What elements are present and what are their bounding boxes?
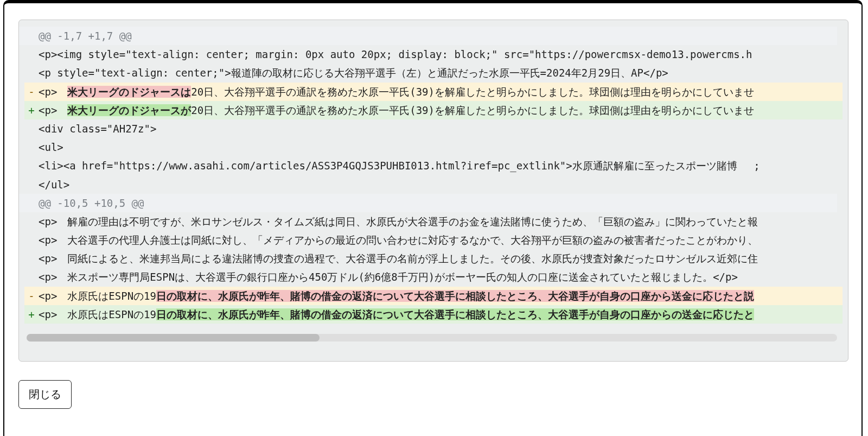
diff-text: </ul> bbox=[39, 175, 843, 194]
diff-deletion-line: - <p> 水原氏はESPNの19日の取材に、水原氏が昨年、賭博の借金の返済につ… bbox=[24, 287, 843, 305]
diff-context-line: </ul> bbox=[24, 175, 843, 194]
diff-text-highlight-add: 米大リーグのドジャースが bbox=[67, 104, 191, 116]
diff-hunk-text: @@ -1,7 +1,7 @@ bbox=[39, 27, 837, 45]
diff-text-pre: <p> 水原氏はESPNの19 bbox=[39, 290, 156, 302]
diff-text: <p> 水原氏はESPNの19日の取材に、水原氏が昨年、賭博の借金の返済について… bbox=[39, 287, 843, 305]
diff-sign-minus: - bbox=[24, 287, 39, 305]
diff-text-post: 20日、大谷翔平選手の通訳を務めた水原一平氏(39)を解雇したと明らかにしました… bbox=[191, 86, 754, 98]
diff-text: <p> 米大リーグのドジャースは20日、大谷翔平選手の通訳を務めた水原一平氏(3… bbox=[39, 83, 843, 101]
diff-text: <p style="text-align: center;">報道陣の取材に応じ… bbox=[39, 64, 843, 82]
diff-context-line: <p><img style="text-align: center; margi… bbox=[24, 45, 843, 64]
diff-text-pre: <p> bbox=[39, 104, 67, 116]
diff-sign bbox=[24, 249, 39, 268]
scrollbar-thumb[interactable] bbox=[27, 334, 320, 342]
diff-sign bbox=[24, 64, 39, 82]
diff-hunk-header: @@ -10,5 +10,5 @@ bbox=[19, 194, 837, 212]
close-button[interactable]: 閉じる bbox=[18, 380, 72, 409]
diff-sign bbox=[24, 156, 39, 175]
diff-sign bbox=[24, 194, 39, 212]
diff-context-line: <p> 同紙によると、米連邦当局による違法賭博の捜査の過程で、大谷選手の名前が浮… bbox=[24, 249, 843, 268]
diff-context-line: <div class="AH27z"> bbox=[24, 119, 843, 138]
diff-panel: @@ -1,7 +1,7 @@ <p><img style="text-alig… bbox=[18, 20, 848, 362]
diff-sign bbox=[24, 27, 39, 45]
diff-context-line: <li><a href="https://www.asahi.com/artic… bbox=[24, 156, 843, 175]
diff-hunk-header: @@ -1,7 +1,7 @@ bbox=[19, 27, 837, 45]
diff-context-line: <p style="text-align: center;">報道陣の取材に応じ… bbox=[24, 64, 843, 82]
modal-window: @@ -1,7 +1,7 @@ <p><img style="text-alig… bbox=[3, 0, 863, 436]
diff-context-line: <ul> bbox=[24, 138, 843, 156]
diff-text: <p> 米スポーツ専門局ESPNは、大谷選手の銀行口座から450万ドル(約6億8… bbox=[39, 268, 843, 286]
diff-text: <p> 水原氏はESPNの19日の取材に、水原氏が昨年、賭博の借金の返済について… bbox=[39, 305, 843, 324]
diff-hunk-text: @@ -10,5 +10,5 @@ bbox=[39, 194, 837, 212]
diff-deletion-line: - <p> 米大リーグのドジャースは20日、大谷翔平選手の通訳を務めた水原一平氏… bbox=[24, 83, 843, 101]
diff-text-highlight-add: 日の取材に、水原氏が昨年、賭博の借金の返済について大谷選手に相談したところ、大谷… bbox=[156, 308, 754, 320]
diff-sign bbox=[24, 45, 39, 64]
diff-text-pre: <p> bbox=[39, 86, 67, 98]
diff-text-highlight-del: 米大リーグのドジャースは bbox=[67, 86, 191, 98]
diff-text: <li><a href="https://www.asahi.com/artic… bbox=[39, 156, 843, 175]
diff-sign bbox=[24, 119, 39, 138]
diff-sign-plus: + bbox=[24, 101, 39, 119]
diff-sign-plus: + bbox=[24, 305, 39, 324]
diff-context-line: <p> 大谷選手の代理人弁護士は同紙に対し、「メディアからの最近の問い合わせに対… bbox=[24, 231, 843, 249]
horizontal-scrollbar[interactable] bbox=[27, 334, 837, 342]
diff-text: <p> 同紙によると、米連邦当局による違法賭博の捜査の過程で、大谷選手の名前が浮… bbox=[39, 249, 843, 268]
diff-text: <div class="AH27z"> bbox=[39, 119, 843, 138]
diff-sign bbox=[24, 268, 39, 286]
diff-text: <p> 解雇の理由は不明ですが、米ロサンゼルス・タイムズ紙は同日、水原氏が大谷選… bbox=[39, 212, 843, 231]
diff-sign bbox=[24, 138, 39, 156]
diff-sign bbox=[24, 175, 39, 194]
diff-context-line: <p> 米スポーツ専門局ESPNは、大谷選手の銀行口座から450万ドル(約6億8… bbox=[24, 268, 843, 286]
diff-addition-line: + <p> 水原氏はESPNの19日の取材に、水原氏が昨年、賭博の借金の返済につ… bbox=[24, 305, 843, 324]
diff-text: <ul> bbox=[39, 138, 843, 156]
diff-sign-minus: - bbox=[24, 83, 39, 101]
diff-sign bbox=[24, 231, 39, 249]
diff-context-line: <p> 解雇の理由は不明ですが、米ロサンゼルス・タイムズ紙は同日、水原氏が大谷選… bbox=[24, 212, 843, 231]
diff-text-highlight-del: 日の取材に、水原氏が昨年、賭博の借金の返済について大谷選手に相談したところ、大谷… bbox=[156, 290, 754, 302]
diff-text: <p><img style="text-align: center; margi… bbox=[39, 45, 843, 64]
diff-sign bbox=[24, 212, 39, 231]
diff-text: <p> 大谷選手の代理人弁護士は同紙に対し、「メディアからの最近の問い合わせに対… bbox=[39, 231, 843, 249]
diff-text: <p> 米大リーグのドジャースが20日、大谷翔平選手の通訳を務めた水原一平氏(3… bbox=[39, 101, 843, 119]
diff-text-post: 20日、大谷翔平選手の通訳を務めた水原一平氏(39)を解雇したと明らかにしました… bbox=[191, 104, 754, 116]
diff-addition-line: + <p> 米大リーグのドジャースが20日、大谷翔平選手の通訳を務めた水原一平氏… bbox=[24, 101, 843, 119]
diff-text-pre: <p> 水原氏はESPNの19 bbox=[39, 308, 156, 320]
diff-body: @@ -1,7 +1,7 @@ <p><img style="text-alig… bbox=[19, 27, 843, 331]
